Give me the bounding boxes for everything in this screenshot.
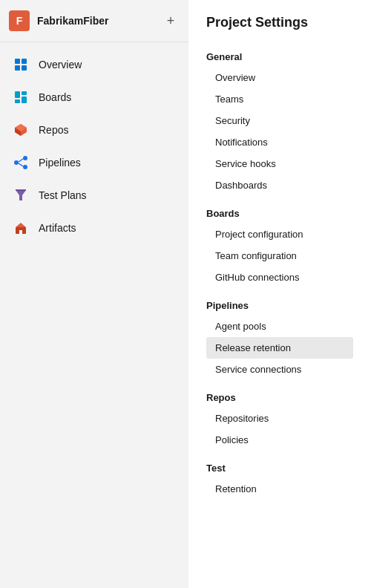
section-repos: Repos Repositories Policies xyxy=(206,386,353,451)
artifacts-icon xyxy=(12,219,30,237)
menu-item-release-retention[interactable]: Release retention xyxy=(206,337,353,359)
menu-item-project-configuration[interactable]: Project configuration xyxy=(206,223,353,245)
sidebar-item-label-pipelines: Pipelines xyxy=(39,157,81,169)
section-header-repos: Repos xyxy=(206,386,353,406)
right-panel: Project Settings General Overview Teams … xyxy=(188,0,371,588)
svg-rect-3 xyxy=(22,65,27,71)
brand-name: FabrikamFiber xyxy=(37,15,108,27)
sidebar: F FabrikamFiber + Overview xyxy=(0,0,188,588)
panel-title: Project Settings xyxy=(206,15,353,30)
svg-line-11 xyxy=(19,159,23,162)
repos-icon xyxy=(12,121,30,139)
svg-rect-7 xyxy=(15,99,20,103)
sidebar-header: F FabrikamFiber + xyxy=(0,0,188,42)
svg-line-12 xyxy=(19,163,23,166)
section-header-pipelines: Pipelines xyxy=(206,294,353,314)
boards-icon xyxy=(12,88,30,106)
sidebar-nav: Overview Boards xyxy=(0,42,188,250)
sidebar-item-label-repos: Repos xyxy=(39,124,68,136)
menu-item-dashboards[interactable]: Dashboards xyxy=(206,174,353,196)
svg-rect-6 xyxy=(22,97,27,103)
menu-item-notifications[interactable]: Notifications xyxy=(206,131,353,153)
svg-rect-0 xyxy=(15,59,20,64)
svg-rect-2 xyxy=(15,65,20,71)
menu-item-team-configuration[interactable]: Team configuration xyxy=(206,245,353,267)
section-header-general: General xyxy=(206,45,353,65)
section-pipelines: Pipelines Agent pools Release retention … xyxy=(206,294,353,380)
testplans-icon xyxy=(12,186,30,204)
menu-item-overview[interactable]: Overview xyxy=(206,67,353,88)
sidebar-item-label-artifacts: Artifacts xyxy=(39,222,76,234)
menu-item-agent-pools[interactable]: Agent pools xyxy=(206,316,353,337)
svg-rect-1 xyxy=(22,59,27,64)
sidebar-item-testplans[interactable]: Test Plans xyxy=(0,179,188,212)
sidebar-item-repos[interactable]: Repos xyxy=(0,114,188,146)
overview-icon xyxy=(12,56,30,74)
sidebar-item-boards[interactable]: Boards xyxy=(0,81,188,114)
section-header-boards: Boards xyxy=(206,202,353,222)
svg-rect-14 xyxy=(19,230,22,234)
section-general: General Overview Teams Security Notifica… xyxy=(206,45,353,196)
menu-item-security[interactable]: Security xyxy=(206,110,353,131)
pipelines-icon xyxy=(12,154,30,172)
svg-point-8 xyxy=(14,160,19,165)
sidebar-item-label-testplans: Test Plans xyxy=(39,189,87,201)
sidebar-item-label-boards: Boards xyxy=(39,91,71,103)
svg-point-10 xyxy=(23,165,27,169)
sidebar-item-artifacts[interactable]: Artifacts xyxy=(0,212,188,244)
svg-rect-5 xyxy=(22,91,27,95)
menu-item-teams[interactable]: Teams xyxy=(206,88,353,110)
section-boards: Boards Project configuration Team config… xyxy=(206,202,353,288)
svg-rect-4 xyxy=(15,91,20,98)
sidebar-item-overview[interactable]: Overview xyxy=(0,48,188,81)
menu-item-policies[interactable]: Policies xyxy=(206,429,353,451)
menu-item-service-connections[interactable]: Service connections xyxy=(206,359,353,380)
brand: F FabrikamFiber xyxy=(9,10,108,31)
sidebar-item-pipelines[interactable]: Pipelines xyxy=(0,146,188,179)
menu-item-repositories[interactable]: Repositories xyxy=(206,408,353,429)
sidebar-item-label-overview: Overview xyxy=(39,59,82,71)
section-header-test: Test xyxy=(206,457,353,477)
menu-item-github-connections[interactable]: GitHub connections xyxy=(206,267,353,288)
brand-icon: F xyxy=(9,10,30,31)
add-project-button[interactable]: + xyxy=(162,12,180,30)
section-test: Test Retention xyxy=(206,457,353,500)
svg-point-9 xyxy=(23,156,27,160)
menu-item-service-hooks[interactable]: Service hooks xyxy=(206,153,353,174)
menu-item-retention[interactable]: Retention xyxy=(206,478,353,500)
